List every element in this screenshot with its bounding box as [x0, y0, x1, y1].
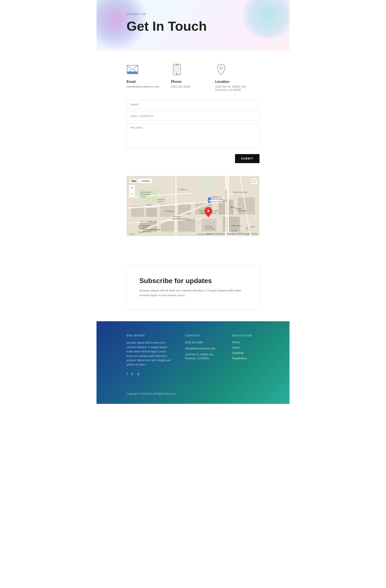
footer-socials: f 𝕏 ⊙ — [127, 372, 172, 376]
footer-contact-email: hello@diviconference.com — [185, 347, 219, 350]
footer-nav-home[interactable]: Home — [232, 340, 259, 344]
svg-point-8 — [220, 67, 222, 69]
map-zoom-out-button[interactable]: − — [129, 191, 135, 197]
contact-info-section: Email hello@diviconference.com Phone (25… — [96, 51, 290, 100]
location-title: Location — [215, 80, 230, 84]
contact-form-section: SUBMIT — [96, 100, 290, 176]
phone-title: Phone — [171, 80, 181, 84]
svg-text:of Music: of Music — [140, 195, 147, 197]
svg-text:SOM: SOM — [251, 226, 254, 228]
svg-text:Google: Google — [129, 233, 135, 235]
svg-text:Bella Smile: Bella Smile — [148, 221, 157, 223]
facebook-icon[interactable]: f — [127, 372, 127, 376]
footer-nav-about[interactable]: About — [232, 346, 259, 349]
footer: DIVI EVENT Quisque aliquet velit sit ame… — [96, 321, 290, 404]
map-expand-button[interactable] — [251, 178, 257, 184]
svg-text:Van Ness Ave: Van Ness Ave — [225, 190, 227, 202]
svg-text:American: American — [158, 198, 165, 200]
footer-nav-schedule[interactable]: Schedule — [232, 351, 259, 355]
map-attribution: Keyboard shortcuts Map data ©2024 Google… — [206, 233, 258, 235]
map-section: 101 Franklin St Van Ness Ave Oak St Mark… — [96, 176, 290, 253]
svg-text:San Francisco: San Francisco — [140, 191, 151, 193]
svg-text:Van Ness Station: Van Ness Station — [210, 201, 223, 203]
svg-text:Conservatory: Conservatory — [140, 193, 150, 195]
svg-text:SVN West -: SVN West - — [205, 226, 214, 228]
map-container[interactable]: 101 Franklin St Van Ness Ave Oak St Mark… — [127, 176, 259, 236]
twitter-icon[interactable]: 𝕏 — [131, 372, 134, 376]
svg-text:Franklin St: Franklin St — [178, 189, 187, 190]
contact-item-email: Email hello@diviconference.com — [127, 63, 171, 91]
email-title: Email — [127, 80, 136, 84]
svg-text:Innis Gallagher: Innis Gallagher — [138, 225, 150, 227]
map-zoom-controls: + − — [129, 185, 135, 197]
subscribe-text: Quisque aliquet velit sit amet sem inter… — [139, 288, 247, 298]
submit-button[interactable]: SUBMIT — [235, 154, 259, 163]
svg-rect-5 — [175, 65, 179, 72]
svg-text:1455 Market: 1455 Market — [238, 210, 248, 212]
svg-text:Nema South Tower: Nema South Tower — [233, 191, 248, 193]
footer-brand-column: DIVI EVENT Quisque aliquet velit sit ame… — [127, 334, 172, 376]
svg-text:SF DBI: SF DBI — [232, 230, 237, 232]
svg-text:RT Rotisserie: RT Rotisserie — [164, 210, 174, 212]
footer-nav-title: NAVIGATION — [232, 334, 259, 337]
email-value: hello@diviconference.com — [127, 85, 159, 88]
phone-value: (255) 352-6258 — [171, 85, 190, 88]
footer-grid: DIVI EVENT Quisque aliquet velit sit ame… — [127, 334, 259, 376]
contact-us-label: CONTACT US — [127, 13, 259, 16]
svg-text:Square: Square — [230, 206, 235, 208]
footer-brand-text: Quisque aliquet velit sit amet sem inter… — [127, 340, 172, 367]
message-input[interactable] — [127, 123, 259, 149]
footer-nav-column: NAVIGATION Home About Schedule Registrat… — [232, 334, 259, 376]
phone-icon — [171, 63, 183, 76]
footer-contact-column: CONTACT (255) 352-6258 hello@diviconfere… — [185, 334, 219, 376]
svg-text:Urgent Care: Urgent Care — [142, 231, 152, 233]
svg-text:1500 Mission: 1500 Mission — [232, 225, 241, 227]
map-type-bar: Map Satellite — [129, 178, 153, 184]
footer-brand-title: DIVI EVENT — [127, 334, 172, 337]
svg-text:🚶: 🚶 — [246, 227, 249, 230]
contact-item-phone: Phone (255) 352-6258 — [171, 63, 215, 91]
svg-text:Van Ness Ave: Van Ness Ave — [212, 198, 223, 200]
instagram-icon[interactable]: ⊙ — [137, 372, 140, 376]
footer-contact-title: CONTACT — [185, 334, 219, 337]
svg-rect-11 — [202, 181, 214, 189]
hero-section: CONTACT US Get In Touch — [96, 0, 290, 51]
svg-text:School +...: School +... — [158, 201, 166, 203]
contact-item-location: Location 1234 Divi St. #1000, San Franci… — [215, 63, 259, 91]
footer-contact-address: 1234 Divi St. #1000, San Francisco, CA 9… — [185, 353, 219, 360]
svg-text:The Italian: The Italian — [173, 216, 181, 218]
map-zoom-in-button[interactable]: + — [129, 185, 135, 191]
subscribe-section: Subscribe for updates Quisque aliquet ve… — [127, 266, 259, 308]
location-value: 1234 Divi St. #1000, San Francisco, CA 9… — [215, 85, 259, 91]
email-input[interactable] — [127, 112, 259, 121]
svg-rect-13 — [146, 208, 157, 217]
location-icon — [215, 63, 227, 76]
footer-copyright: Copyright © 2024 Divi. All Rights Reserv… — [127, 387, 259, 395]
footer-contact-phone: (255) 352-6258 — [185, 340, 219, 344]
email-icon — [127, 63, 138, 76]
footer-nav-registration[interactable]: Registration — [232, 357, 259, 360]
svg-text:Dignity Health-GoHealth: Dignity Health-GoHealth — [142, 229, 161, 231]
subscribe-title: Subscribe for updates — [139, 277, 247, 285]
svg-text:A NPU Venue: A NPU Venue — [205, 228, 215, 230]
svg-text:Transportation Agency: Transportation Agency — [199, 212, 216, 214]
name-input[interactable] — [127, 100, 259, 109]
svg-text:Homemade Company: Homemade Company — [172, 218, 189, 220]
hero-title: Get In Touch — [127, 19, 259, 34]
svg-text:ProMxs: ProMxs — [236, 208, 241, 210]
svg-text:San Francisco Municipal: San Francisco Municipal — [199, 210, 218, 212]
svg-text:Oak St: Oak St — [146, 204, 152, 206]
map-type-map-button[interactable]: Map — [129, 179, 139, 183]
map-type-satellite-button[interactable]: Satellite — [139, 179, 153, 183]
svg-text:Market St &: Market St & — [212, 196, 221, 198]
